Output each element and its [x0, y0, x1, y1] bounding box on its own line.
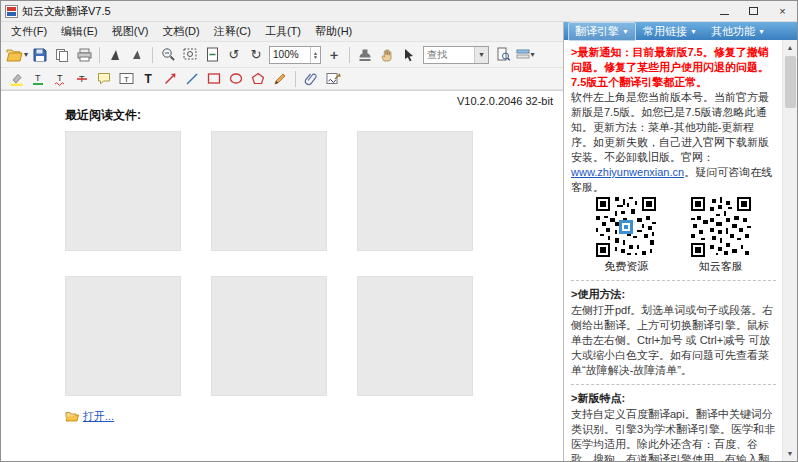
fit-page-button[interactable]: [201, 45, 223, 65]
typewriter-icon: T: [142, 72, 154, 85]
menu-tools[interactable]: 工具(T): [258, 22, 308, 41]
scroll-down-button[interactable]: ▼: [783, 446, 798, 461]
recent-files-grid: [65, 131, 473, 396]
select-tool-button[interactable]: [104, 45, 126, 65]
panel-scrollbar[interactable]: ▲ ▼: [782, 40, 797, 461]
recent-file-placeholder-2[interactable]: [211, 131, 327, 251]
search-document-button[interactable]: [492, 45, 514, 65]
minimize-icon: [720, 14, 729, 15]
main-toolbar: ▾: [1, 41, 563, 68]
text-box-tool-button[interactable]: T: [115, 69, 137, 89]
official-website-link[interactable]: www.zhiyunwenxian.cn: [571, 166, 684, 178]
note-tool-button[interactable]: [93, 69, 115, 89]
open-dropdown-icon: ▾: [24, 50, 28, 59]
recent-file-placeholder-3[interactable]: [357, 131, 473, 251]
open-file-link[interactable]: 打开...: [83, 409, 114, 424]
menu-help[interactable]: 帮助(H): [308, 22, 359, 41]
app-logo-icon: [5, 5, 18, 18]
tab-translation-engine[interactable]: 翻译引擎 ▼: [568, 22, 636, 41]
rotate-cw-button[interactable]: ↻: [245, 45, 267, 65]
menu-file[interactable]: 文件(F): [4, 22, 54, 41]
ellipse-icon: [229, 72, 243, 85]
qr-code-image: [691, 197, 751, 257]
menu-edit[interactable]: 编辑(E): [54, 22, 105, 41]
pencil-tool-button[interactable]: [269, 69, 291, 89]
window-controls: ×: [710, 1, 797, 21]
strikeout-tool-button[interactable]: T: [71, 69, 93, 89]
attachment-tool-button[interactable]: [300, 69, 322, 89]
toolbar-separator: [152, 47, 153, 63]
highlight-tool-button[interactable]: [5, 69, 27, 89]
recent-file-placeholder-5[interactable]: [211, 276, 327, 396]
zoom-marquee-icon: [183, 47, 198, 62]
open-file-button[interactable]: ▾: [5, 45, 29, 65]
rotate-ccw-button[interactable]: ↺: [223, 45, 245, 65]
cursor-tool-button[interactable]: [398, 45, 420, 65]
qr-customer-service: 知云客服: [691, 197, 751, 274]
ellipse-tool-button[interactable]: [225, 69, 247, 89]
pencil-icon: [273, 72, 287, 86]
zoom-out-button[interactable]: [157, 45, 179, 65]
copy-button[interactable]: [51, 45, 73, 65]
polygon-tool-button[interactable]: [247, 69, 269, 89]
underline-icon: T: [31, 72, 45, 86]
save-button[interactable]: [29, 45, 51, 65]
find-combo[interactable]: ▼: [423, 46, 489, 64]
find-dropdown-icon[interactable]: ▼: [474, 47, 488, 63]
search-document-icon: [496, 47, 511, 62]
toolbar-separator: [99, 47, 100, 63]
qr-free-resources: 免费资源: [596, 197, 656, 274]
zoom-marquee-button[interactable]: [179, 45, 201, 65]
recent-file-placeholder-1[interactable]: [65, 131, 181, 251]
svg-text:T: T: [145, 72, 153, 85]
maximize-button[interactable]: [739, 1, 768, 21]
tab-other-functions[interactable]: 其他功能 ▼: [704, 22, 772, 41]
recent-file-placeholder-4[interactable]: [65, 276, 181, 396]
line-tool-button[interactable]: [181, 69, 203, 89]
section-features: >新版特点: 支持自定义百度翻译api。翻译中关键词分类识别。引擎3为学术翻译引…: [571, 391, 776, 461]
menu-annotate[interactable]: 注释(C): [207, 22, 258, 41]
recent-file-placeholder-6[interactable]: [357, 276, 473, 396]
find-input[interactable]: [427, 49, 473, 60]
rotate-cw-icon: ↻: [251, 48, 262, 61]
zoom-in-button[interactable]: ＋: [323, 45, 345, 65]
qr-code-row: 免费资源 知云客服: [571, 195, 776, 274]
print-button[interactable]: [73, 45, 95, 65]
snapshot-tool-button[interactable]: [126, 45, 148, 65]
menubar: 文件(F) 编辑(E) 视图(V) 文档(D) 注释(C) 工具(T) 帮助(H…: [1, 22, 563, 41]
save-icon: [33, 48, 47, 62]
squiggly-tool-button[interactable]: T: [49, 69, 71, 89]
maximize-icon: [749, 7, 758, 15]
zoom-level-combo[interactable]: 100% ▲▼: [269, 46, 321, 64]
toolbar-separator: [349, 47, 350, 63]
toolbar-separator: [295, 71, 296, 87]
section-body: 左侧打开pdf。划选单词或句子或段落。右侧给出翻译。上方可切换翻译引擎。鼠标单击…: [571, 303, 776, 378]
window-title: 知云文献翻译V7.5: [22, 4, 111, 19]
recent-files-area: V10.2.0.2046 32-bit 最近阅读文件: 打开...: [1, 90, 563, 461]
strikeout-icon: T: [75, 72, 89, 86]
note-icon: [97, 72, 111, 86]
underline-tool-button[interactable]: T: [27, 69, 49, 89]
zoom-spinner[interactable]: ▲▼: [310, 47, 320, 63]
rotate-ccw-icon: ↺: [229, 48, 240, 61]
menu-document[interactable]: 文档(D): [155, 22, 206, 41]
stamp-tool-button[interactable]: [354, 45, 376, 65]
rectangle-tool-button[interactable]: [203, 69, 225, 89]
signature-tool-button[interactable]: [322, 69, 344, 89]
menu-view[interactable]: 视图(V): [105, 22, 156, 41]
view-options-caret-icon: ▾: [531, 50, 535, 59]
section-title: >使用方法:: [571, 287, 776, 302]
arrow-tool-button[interactable]: [159, 69, 181, 89]
arrow-annotation-icon: [163, 72, 177, 86]
svg-text:T: T: [124, 75, 129, 84]
close-button[interactable]: ×: [768, 1, 797, 21]
minimize-button[interactable]: [710, 1, 739, 21]
typewriter-tool-button[interactable]: T: [137, 69, 159, 89]
hand-tool-button[interactable]: [376, 45, 398, 65]
scroll-thumb[interactable]: [785, 56, 796, 108]
snapshot-tool-icon: [131, 48, 143, 61]
scroll-up-button[interactable]: ▲: [783, 40, 798, 55]
tab-common-links[interactable]: 常用链接 ▼: [636, 22, 704, 41]
view-options-button[interactable]: ▾: [514, 45, 536, 65]
signature-icon: [326, 72, 341, 85]
